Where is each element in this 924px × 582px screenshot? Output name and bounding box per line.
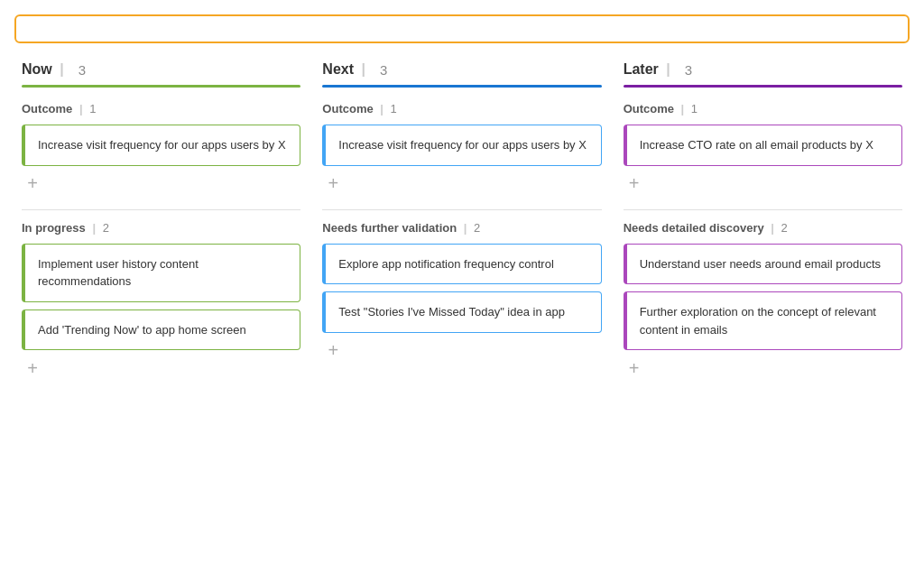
separator: |: [357, 61, 365, 78]
column-title: Next: [322, 61, 354, 78]
column-title: Now: [22, 61, 52, 78]
outcome-card-next-0[interactable]: Increase visit frequency for our apps us…: [322, 125, 601, 166]
progress-label: Needs detailed discovery: [624, 221, 764, 235]
section-divider-now: [22, 209, 300, 210]
separator: |: [56, 61, 64, 78]
add-progress-button-later[interactable]: +: [624, 357, 645, 379]
column-header-later: Later | 3: [624, 61, 902, 78]
progress-card-later-1[interactable]: Further exploration on the concept of re…: [624, 291, 902, 350]
outcome-section-header-next: Outcome | 1: [322, 102, 601, 115]
add-outcome-button-now[interactable]: +: [22, 173, 43, 195]
column-later: Later | 3Outcome | 1Increase CTO rate on…: [616, 61, 910, 393]
progress-card-next-0[interactable]: Explore app notification frequency contr…: [322, 244, 601, 285]
progress-card-next-1[interactable]: Test "Stories I've Missed Today" idea in…: [322, 291, 601, 333]
separator: |: [662, 61, 670, 78]
section-divider-next: [322, 209, 601, 210]
column-divider-later: [624, 85, 902, 88]
column-title: Later: [624, 61, 659, 78]
progress-card-now-1[interactable]: Add 'Trending Now' to app home screen: [22, 309, 300, 351]
objective-box: [14, 14, 910, 43]
column-header-now: Now | 3: [22, 61, 300, 78]
add-outcome-button-later[interactable]: +: [624, 173, 645, 195]
progress-section-header-later: Needs detailed discovery | 2: [624, 221, 902, 235]
add-outcome-button-next[interactable]: +: [322, 173, 344, 195]
progress-section-header-now: In progress | 2: [22, 221, 300, 235]
progress-label: In progress: [22, 221, 86, 235]
progress-card-now-0[interactable]: Implement user history content recommend…: [22, 244, 300, 302]
outcome-label: Outcome: [22, 102, 72, 115]
column-divider-next: [322, 85, 601, 88]
outcome-card-later-0[interactable]: Increase CTO rate on all email products …: [624, 125, 902, 166]
outcome-label: Outcome: [322, 102, 373, 115]
column-divider-now: [22, 85, 300, 88]
column-count: 3: [681, 62, 693, 78]
column-count: 3: [376, 62, 388, 78]
progress-section-header-next: Needs further validation | 2: [322, 221, 601, 235]
column-next: Next | 3Outcome | 1Increase visit freque…: [315, 61, 608, 393]
section-divider-later: [624, 209, 902, 210]
column-header-next: Next | 3: [322, 61, 601, 78]
column-count: 3: [75, 62, 87, 78]
add-progress-button-now[interactable]: +: [22, 357, 43, 379]
column-now: Now | 3Outcome | 1Increase visit frequen…: [14, 61, 308, 393]
add-progress-button-next[interactable]: +: [322, 340, 344, 362]
outcome-section-header-later: Outcome | 1: [624, 102, 902, 115]
columns-container: Now | 3Outcome | 1Increase visit frequen…: [14, 61, 910, 393]
outcome-card-now-0[interactable]: Increase visit frequency for our apps us…: [22, 125, 300, 166]
progress-label: Needs further validation: [322, 221, 457, 235]
progress-card-later-0[interactable]: Understand user needs around email produ…: [624, 244, 902, 285]
outcome-section-header-now: Outcome | 1: [22, 102, 300, 115]
outcome-label: Outcome: [624, 102, 674, 115]
